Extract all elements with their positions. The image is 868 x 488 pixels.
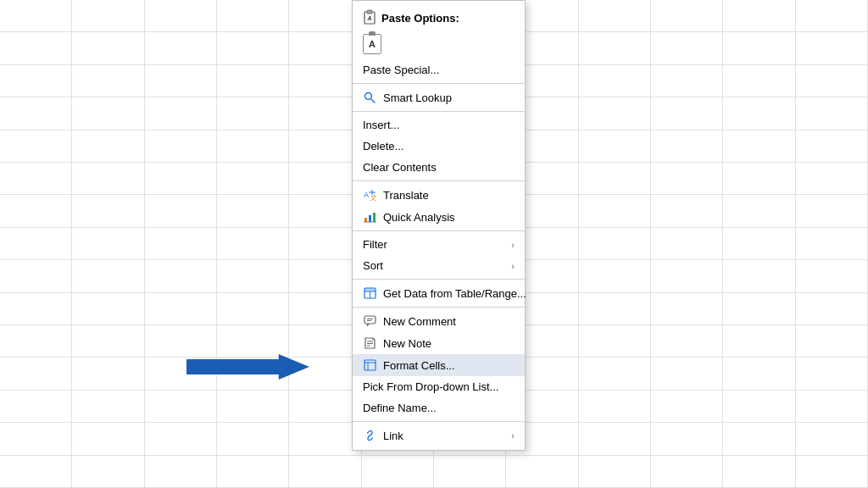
grid-cell[interactable] <box>362 456 434 488</box>
grid-cell[interactable] <box>579 195 651 227</box>
grid-cell[interactable] <box>651 456 723 488</box>
grid-cell[interactable] <box>217 423 289 455</box>
grid-cell[interactable] <box>579 423 651 455</box>
grid-cell[interactable] <box>72 423 144 455</box>
grid-cell[interactable] <box>72 228 144 260</box>
grid-cell[interactable] <box>72 195 144 227</box>
grid-cell[interactable] <box>145 260 217 292</box>
grid-cell[interactable] <box>145 456 217 488</box>
grid-cell[interactable] <box>217 97 289 130</box>
grid-cell[interactable] <box>434 456 506 488</box>
grid-cell[interactable] <box>217 456 289 488</box>
grid-cell[interactable] <box>72 358 144 390</box>
grid-cell[interactable] <box>579 163 651 195</box>
grid-cell[interactable] <box>651 130 723 163</box>
grid-cell[interactable] <box>72 163 144 195</box>
quick-analysis-item[interactable]: Quick Analysis <box>353 206 525 228</box>
delete-item[interactable]: Delete... <box>353 136 525 157</box>
grid-cell[interactable] <box>217 195 289 227</box>
grid-cell[interactable] <box>723 260 795 292</box>
grid-cell[interactable] <box>217 0 289 32</box>
grid-cell[interactable] <box>289 130 361 163</box>
grid-cell[interactable] <box>723 358 795 390</box>
grid-cell[interactable] <box>723 130 795 163</box>
grid-cell[interactable] <box>651 195 723 227</box>
sort-item[interactable]: Sort › <box>353 255 525 276</box>
grid-cell[interactable] <box>723 32 795 64</box>
grid-cell[interactable] <box>651 260 723 292</box>
grid-cell[interactable] <box>72 0 144 32</box>
grid-cell[interactable] <box>145 163 217 195</box>
grid-cell[interactable] <box>579 97 651 130</box>
grid-cell[interactable] <box>0 0 72 32</box>
grid-cell[interactable] <box>579 65 651 97</box>
grid-cell[interactable] <box>145 97 217 130</box>
grid-cell[interactable] <box>579 32 651 64</box>
grid-cell[interactable] <box>796 195 868 227</box>
grid-cell[interactable] <box>723 456 795 488</box>
grid-cell[interactable] <box>145 325 217 358</box>
translate-item[interactable]: A 文 Translate <box>353 184 525 206</box>
grid-cell[interactable] <box>723 423 795 455</box>
grid-cell[interactable] <box>217 228 289 260</box>
smart-lookup-item[interactable]: Smart Lookup <box>353 86 525 108</box>
grid-cell[interactable] <box>0 325 72 358</box>
grid-cell[interactable] <box>289 32 361 64</box>
grid-cell[interactable] <box>217 293 289 325</box>
grid-cell[interactable] <box>145 32 217 64</box>
grid-cell[interactable] <box>0 97 72 130</box>
grid-cell[interactable] <box>289 358 361 390</box>
grid-cell[interactable] <box>0 456 72 488</box>
grid-cell[interactable] <box>0 130 72 163</box>
grid-cell[interactable] <box>0 163 72 195</box>
grid-cell[interactable] <box>579 228 651 260</box>
grid-cell[interactable] <box>0 293 72 325</box>
define-name-item[interactable]: Define Name... <box>353 397 525 419</box>
new-comment-item[interactable]: New Comment <box>353 310 525 332</box>
grid-cell[interactable] <box>145 423 217 455</box>
grid-cell[interactable] <box>579 293 651 325</box>
grid-cell[interactable] <box>579 358 651 390</box>
grid-cell[interactable] <box>723 0 795 32</box>
grid-cell[interactable] <box>217 391 289 423</box>
grid-cell[interactable] <box>289 228 361 260</box>
grid-cell[interactable] <box>579 130 651 163</box>
grid-cell[interactable] <box>723 65 795 97</box>
grid-cell[interactable] <box>651 97 723 130</box>
grid-cell[interactable] <box>0 260 72 292</box>
grid-cell[interactable] <box>72 65 144 97</box>
grid-cell[interactable] <box>289 195 361 227</box>
grid-cell[interactable] <box>72 391 144 423</box>
grid-cell[interactable] <box>72 97 144 130</box>
grid-cell[interactable] <box>217 130 289 163</box>
get-data-item[interactable]: Get Data from Table/Range... <box>353 282 525 304</box>
grid-cell[interactable] <box>217 325 289 358</box>
grid-cell[interactable] <box>289 260 361 292</box>
grid-cell[interactable] <box>72 293 144 325</box>
grid-cell[interactable] <box>796 130 868 163</box>
grid-cell[interactable] <box>651 325 723 358</box>
grid-cell[interactable] <box>579 325 651 358</box>
grid-cell[interactable] <box>796 423 868 455</box>
grid-cell[interactable] <box>723 163 795 195</box>
grid-cell[interactable] <box>289 423 361 455</box>
grid-cell[interactable] <box>289 97 361 130</box>
grid-cell[interactable] <box>723 391 795 423</box>
grid-cell[interactable] <box>651 228 723 260</box>
grid-cell[interactable] <box>217 163 289 195</box>
grid-cell[interactable] <box>145 195 217 227</box>
grid-cell[interactable] <box>723 97 795 130</box>
grid-cell[interactable] <box>796 228 868 260</box>
grid-cell[interactable] <box>72 130 144 163</box>
paste-special-item[interactable]: Paste Special... <box>353 59 525 80</box>
grid-cell[interactable] <box>217 32 289 64</box>
grid-cell[interactable] <box>796 163 868 195</box>
grid-cell[interactable] <box>796 97 868 130</box>
grid-cell[interactable] <box>0 32 72 64</box>
grid-cell[interactable] <box>289 456 361 488</box>
grid-cell[interactable] <box>579 260 651 292</box>
grid-cell[interactable] <box>289 325 361 358</box>
grid-cell[interactable] <box>579 456 651 488</box>
grid-cell[interactable] <box>723 228 795 260</box>
grid-cell[interactable] <box>145 0 217 32</box>
